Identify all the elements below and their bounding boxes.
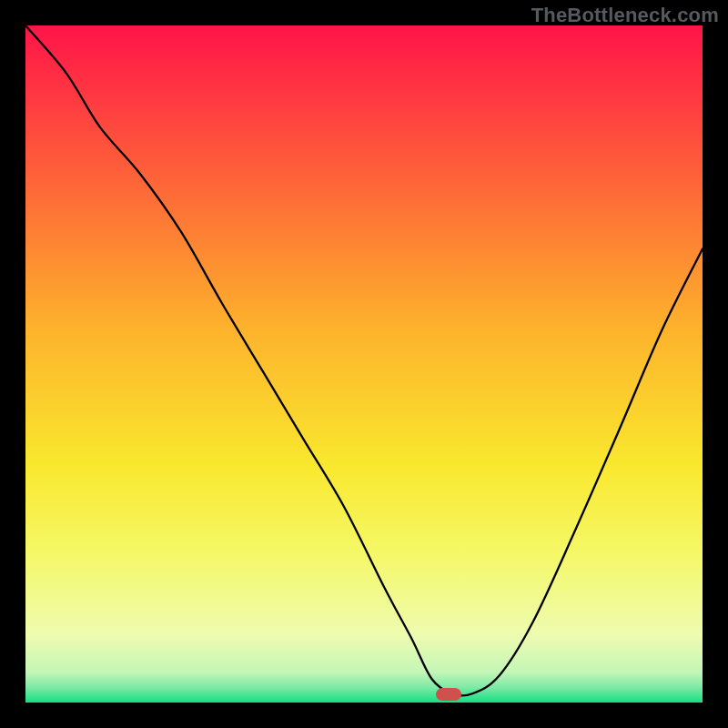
chart-svg (25, 25, 703, 703)
watermark-text: TheBottleneck.com (531, 4, 719, 27)
chart-plot-area (25, 25, 703, 703)
gradient-background (25, 25, 703, 703)
chart-frame: TheBottleneck.com (0, 0, 728, 728)
optimum-marker (436, 688, 461, 701)
